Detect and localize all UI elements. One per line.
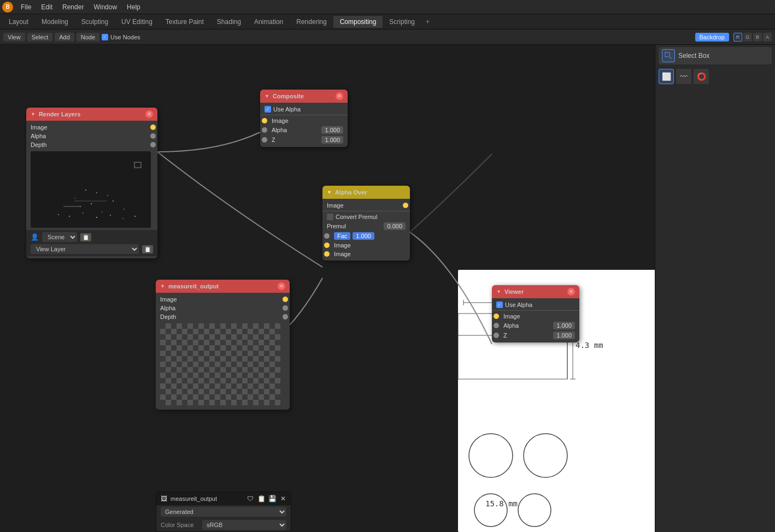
tab-add[interactable]: + (421, 16, 434, 28)
tab-animation[interactable]: Animation (248, 16, 290, 28)
view-layer-select[interactable]: View Layer (31, 244, 139, 254)
alpha-over-img2-row: Image (322, 250, 410, 258)
menu-file[interactable]: File (16, 2, 36, 12)
svg-point-6 (518, 494, 551, 527)
svg-rect-31 (134, 216, 136, 217)
composite-use-alpha: ✓ Use Alpha (260, 105, 348, 114)
alpha-over-img2-socket (324, 251, 330, 257)
viewer-close[interactable]: ✕ (567, 288, 575, 295)
tool-lasso-btn[interactable]: 〰 (676, 69, 691, 84)
channel-btn-2[interactable]: G (743, 33, 752, 42)
tab-uv-editing[interactable]: UV Editing (115, 16, 159, 28)
channel-btn-3[interactable]: B (753, 33, 762, 42)
convert-premul-check[interactable] (327, 214, 333, 220)
viewer-alpha-row: Alpha 1.000 (492, 321, 579, 330)
tab-sculpting[interactable]: Sculpting (75, 16, 115, 28)
tab-scripting[interactable]: Scripting (383, 16, 421, 28)
node-viewer[interactable]: ▼ Viewer ✕ ✓ Use Alpha Image (492, 285, 579, 342)
viewer-alpha-socket (494, 323, 499, 328)
composite-close[interactable]: ✕ (336, 92, 343, 100)
alpha-over-fac-socket (324, 233, 330, 239)
render-layers-title: Render Layers (39, 111, 80, 117)
scene-select[interactable]: Scene (42, 232, 77, 242)
popup-generated-row: Generated (156, 505, 291, 518)
node-composite[interactable]: ▼ Composite ✕ ✓ Use Alpha Image (260, 90, 348, 147)
tab-compositing[interactable]: Compositing (333, 16, 383, 28)
tab-texture-paint[interactable]: Texture Paint (159, 16, 210, 28)
menu-help[interactable]: Help (122, 2, 145, 12)
menu-edit[interactable]: Edit (37, 2, 57, 12)
popup-colorspace-label: Color Space (161, 522, 199, 528)
node-measureit[interactable]: ▼ measureit_output ✕ Image Alpha D (156, 280, 290, 410)
render-thumbnail-svg (31, 151, 151, 228)
tool-rect-btn[interactable]: ⬜ (659, 69, 674, 84)
select-menu-btn[interactable]: Select (27, 33, 53, 42)
tool-circle-btn[interactable]: ⭕ (694, 69, 709, 84)
node-editor-header: View Select Add Node ✓ Use Nodes Backdro… (0, 29, 775, 45)
node-alpha-over[interactable]: ▼ Alpha Over Image Convert Premul (322, 186, 410, 261)
svg-rect-23 (124, 209, 125, 210)
svg-rect-16 (85, 190, 86, 191)
svg-rect-14 (74, 200, 107, 202)
menu-render[interactable]: Render (58, 2, 88, 12)
svg-rect-26 (69, 216, 70, 217)
composite-title: Composite (273, 93, 304, 99)
measureit-alpha-socket (283, 305, 288, 311)
tab-modeling[interactable]: Modeling (35, 16, 75, 28)
new-scene-btn[interactable]: 📋 (80, 233, 91, 241)
node-render-layers[interactable]: ▼ Render Layers ✕ Image Alpha Dept (26, 108, 157, 258)
popup-close-icon[interactable]: ✕ (279, 494, 287, 503)
composite-image-row: Image (260, 116, 348, 125)
measurement-v-right: 4.3 mm (576, 341, 603, 350)
view-layer-new-btn[interactable]: 📋 (142, 245, 153, 253)
render-layers-close[interactable]: ✕ (145, 110, 153, 118)
render-layers-image-socket (150, 125, 156, 130)
viewer-image-socket (494, 314, 499, 319)
add-menu-btn[interactable]: Add (55, 33, 74, 42)
svg-rect-33 (665, 52, 670, 57)
measureit-depth-socket (283, 314, 288, 320)
viewer-z-socket (494, 333, 499, 338)
popup-generated-select[interactable]: Generated (161, 507, 286, 517)
svg-rect-20 (113, 200, 114, 202)
tab-shading[interactable]: Shading (210, 16, 248, 28)
viewer-z-row: Z 1.000 (492, 330, 579, 340)
tab-layout[interactable]: Layout (2, 16, 35, 28)
alpha-over-output-row: Image (322, 201, 410, 210)
channel-btn-4[interactable]: A (763, 33, 772, 42)
svg-rect-24 (102, 211, 103, 212)
render-layers-view-layer: View Layer 📋 (26, 244, 157, 256)
alpha-over-premul-row: Premul 0.000 (322, 221, 410, 231)
channel-btn-1[interactable]: R (733, 33, 742, 42)
view-menu-btn[interactable]: View (3, 33, 25, 42)
composite-image-socket (262, 118, 267, 123)
image-properties-popup: 🖼 measureit_output 🛡 📋 💾 ✕ Generated (156, 492, 291, 532)
svg-rect-18 (107, 195, 108, 196)
composite-alpha-check[interactable]: ✓ (265, 106, 271, 113)
svg-point-4 (524, 434, 567, 477)
node-menu-btn[interactable]: Node (77, 33, 99, 42)
alpha-over-convert-premul: Convert Premul (322, 212, 410, 221)
select-box-item[interactable]: Select Box (659, 47, 772, 64)
composite-z-socket (262, 137, 267, 143)
top-menu-bar: B File Edit Render Window Help (0, 0, 775, 14)
svg-rect-22 (80, 206, 81, 207)
alpha-over-img1-socket (324, 243, 330, 248)
select-box-label: Select Box (678, 52, 709, 60)
backdrop-btn[interactable]: Backdrop (695, 33, 729, 42)
measureit-alpha-row: Alpha (156, 304, 290, 312)
render-layers-thumbnail (31, 151, 151, 228)
measureit-close[interactable]: ✕ (278, 282, 285, 290)
composite-alpha-row: Alpha 1.000 (260, 125, 348, 135)
use-nodes-checkbox[interactable]: ✓ Use Nodes (102, 34, 140, 40)
menu-window[interactable]: Window (89, 2, 121, 12)
tab-rendering[interactable]: Rendering (290, 16, 333, 28)
popup-save-icon[interactable]: 💾 (268, 494, 277, 503)
popup-shield-icon[interactable]: 🛡 (246, 494, 255, 503)
workspace-tabs: Layout Modeling Sculpting UV Editing Tex… (0, 14, 775, 29)
popup-colorspace-select[interactable]: sRGB (202, 520, 286, 530)
popup-header: 🖼 measureit_output 🛡 📋 💾 ✕ (156, 492, 291, 505)
popup-copy-icon[interactable]: 📋 (257, 494, 266, 503)
render-layers-body: Image Alpha Depth (26, 121, 157, 258)
viewer-alpha-check[interactable]: ✓ (496, 302, 503, 308)
